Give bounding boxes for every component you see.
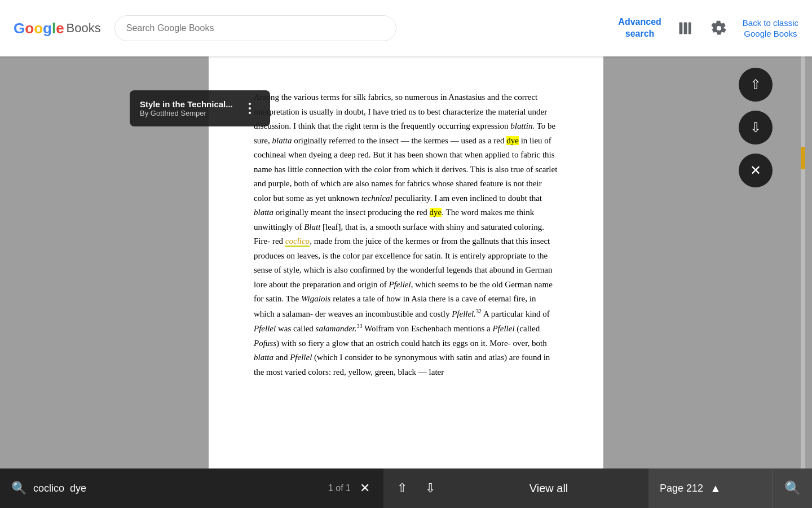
- view-all-section[interactable]: View all: [449, 468, 648, 508]
- view-all-label: View all: [529, 482, 568, 495]
- header: Google Books Advancedsearch Back to clas…: [0, 0, 812, 56]
- book-title: Style in the Technical...: [140, 99, 233, 109]
- book-menu-button[interactable]: [240, 98, 260, 119]
- back-to-classic-link[interactable]: Back to classicGoogle Books: [743, 17, 798, 40]
- header-actions: Advancedsearch Back to classicGoogle Boo…: [618, 16, 798, 40]
- highlight-dye-2: dye: [430, 208, 442, 217]
- page-paragraph: Among the various terms for silk fabrics…: [254, 90, 558, 379]
- search-query-input[interactable]: [33, 483, 321, 494]
- book-author: By Gottfried Semper: [140, 109, 233, 117]
- search-next-button[interactable]: ⇩: [416, 468, 444, 508]
- search-nav-section: ⇧ ⇩: [383, 468, 449, 508]
- page-section: Page 212 ▲: [648, 468, 773, 508]
- search-icon: 🔍: [11, 481, 27, 496]
- main-content: Style in the Technical... By Gottfried S…: [0, 56, 812, 468]
- zoom-section[interactable]: 🔍: [773, 468, 812, 508]
- highlight-dye-1: dye: [506, 136, 519, 145]
- search-prev-button[interactable]: ⇧: [388, 468, 416, 508]
- book-tooltip: Style in the Technical... By Gottfried S…: [130, 90, 270, 126]
- svg-rect-0: [679, 23, 682, 34]
- left-panel: [0, 56, 113, 468]
- search-section: 🔍 1 of 1 ✕: [0, 468, 383, 508]
- scroll-thumb: [801, 147, 805, 169]
- library-icon[interactable]: [675, 18, 695, 38]
- advanced-search-link[interactable]: Advancedsearch: [618, 16, 661, 40]
- svg-rect-2: [689, 23, 691, 34]
- search-count: 1 of 1: [328, 483, 351, 493]
- highlight-coclico: coclico: [285, 237, 310, 247]
- google-books-logo[interactable]: Google Books: [14, 20, 101, 37]
- zoom-icon: 🔍: [784, 480, 801, 496]
- page-down-button[interactable]: ⇩: [739, 111, 773, 144]
- book-page-container: Style in the Technical... By Gottfried S…: [113, 56, 699, 468]
- page-up-arrow[interactable]: ▲: [708, 480, 723, 497]
- page-up-button[interactable]: ⇧: [739, 68, 773, 102]
- page-label: Page 212: [660, 483, 703, 494]
- close-button[interactable]: ✕: [739, 154, 773, 187]
- settings-icon[interactable]: [709, 18, 729, 38]
- svg-rect-1: [683, 23, 687, 34]
- right-panel: ⇧ ⇩ ✕: [699, 56, 812, 468]
- search-bar: [114, 15, 396, 41]
- bottom-bar: 🔍 1 of 1 ✕ ⇧ ⇩ View all Page 212 ▲ 🔍: [0, 468, 812, 508]
- scroll-track: [801, 56, 805, 468]
- search-input[interactable]: [114, 15, 396, 41]
- clear-search-button[interactable]: ✕: [358, 481, 372, 496]
